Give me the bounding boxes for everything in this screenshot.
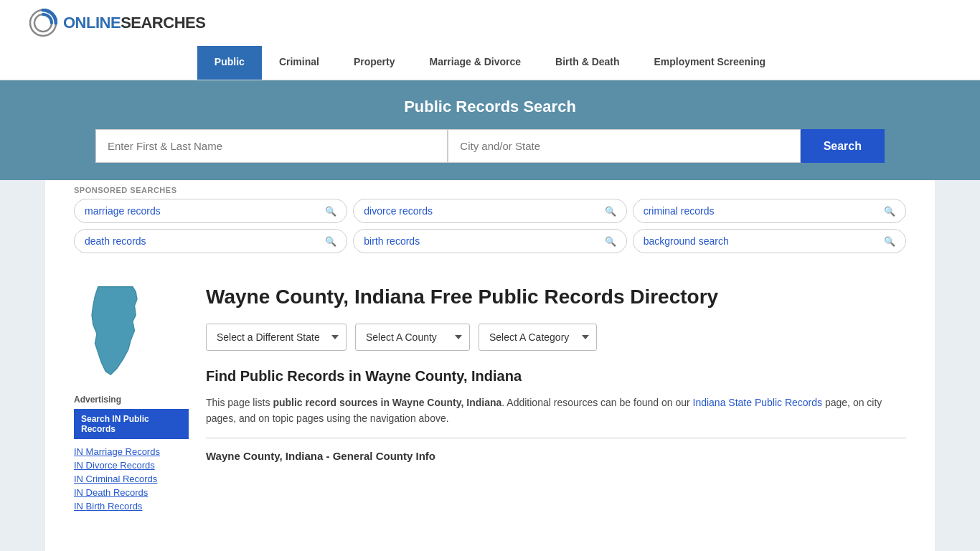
search-icon-3: 🔍 (325, 236, 336, 247)
sponsored-divorce-label: divorce records (364, 205, 433, 217)
desc-part2: . Additional resources can be found on o… (501, 397, 692, 408)
search-icon-2: 🔍 (884, 206, 895, 217)
sponsored-grid: marriage records 🔍 divorce records 🔍 cri… (74, 199, 906, 253)
sidebar: Advertising Search IN Public Records IN … (74, 273, 189, 551)
indiana-map (74, 281, 160, 381)
sidebar-link-criminal[interactable]: IN Criminal Records (74, 474, 189, 484)
sponsored-divorce[interactable]: divorce records 🔍 (353, 199, 626, 223)
search-icon-4: 🔍 (605, 236, 616, 247)
main-content: Advertising Search IN Public Records IN … (45, 262, 935, 551)
logo: ONLINESEARCHES (29, 9, 205, 37)
logo-text: ONLINESEARCHES (63, 14, 205, 32)
indiana-state-link[interactable]: Indiana State Public Records (693, 397, 823, 408)
sidebar-search-button[interactable]: Search IN Public Records (74, 409, 189, 439)
sponsored-criminal-label: criminal records (644, 205, 715, 217)
logo-icon (29, 9, 57, 37)
hero-title: Public Records Search (29, 98, 951, 116)
sponsored-background[interactable]: background search 🔍 (633, 229, 906, 253)
find-public-title: Find Public Records in Wayne County, Ind… (206, 368, 906, 385)
state-dropdown[interactable]: Select a Different State (206, 324, 347, 351)
dropdowns-row: Select a Different State Select A County… (206, 324, 906, 351)
sidebar-link-death[interactable]: IN Death Records (74, 487, 189, 498)
sidebar-link-marriage[interactable]: IN Marriage Records (74, 446, 189, 457)
sponsored-marriage-label: marriage records (85, 205, 161, 217)
description-text: This page lists public record sources in… (206, 395, 906, 427)
section-divider (206, 438, 906, 438)
desc-part1: This page lists (206, 397, 273, 408)
nav-item-public[interactable]: Public (197, 46, 262, 80)
category-dropdown[interactable]: Select A Category (479, 324, 597, 351)
sponsored-criminal[interactable]: criminal records 🔍 (633, 199, 906, 223)
sponsored-section: SPONSORED SEARCHES marriage records 🔍 di… (45, 180, 935, 262)
search-button[interactable]: Search (801, 129, 885, 163)
location-input[interactable] (448, 129, 800, 163)
sidebar-link-divorce[interactable]: IN Divorce Records (74, 460, 189, 471)
nav-item-marriage-divorce[interactable]: Marriage & Divorce (412, 46, 538, 80)
sponsored-marriage[interactable]: marriage records 🔍 (74, 199, 347, 223)
sponsored-birth-label: birth records (364, 235, 420, 247)
sponsored-death[interactable]: death records 🔍 (74, 229, 347, 253)
sidebar-link-birth[interactable]: IN Birth Records (74, 501, 189, 512)
desc-bold: public record sources in Wayne County, I… (273, 397, 501, 408)
county-dropdown[interactable]: Select A County (355, 324, 470, 351)
search-icon-1: 🔍 (605, 206, 616, 217)
sponsored-background-label: background search (644, 235, 729, 247)
nav-item-employment[interactable]: Employment Screening (637, 46, 783, 80)
main-nav: Public Criminal Property Marriage & Divo… (0, 46, 980, 80)
page-content: Wayne County, Indiana Free Public Record… (206, 273, 906, 551)
nav-item-property[interactable]: Property (336, 46, 413, 80)
search-bar: Search (95, 129, 885, 163)
name-input[interactable] (95, 129, 448, 163)
nav-item-birth-death[interactable]: Birth & Death (538, 46, 636, 80)
sponsored-death-label: death records (85, 235, 146, 247)
nav-item-criminal[interactable]: Criminal (262, 46, 336, 80)
page-title: Wayne County, Indiana Free Public Record… (206, 285, 906, 309)
advertising-label: Advertising (74, 395, 189, 405)
sponsored-birth[interactable]: birth records 🔍 (353, 229, 626, 253)
county-info-heading: Wayne County, Indiana - General County I… (206, 444, 906, 465)
sponsored-label: SPONSORED SEARCHES (74, 186, 906, 194)
search-icon-0: 🔍 (325, 206, 336, 217)
search-icon-5: 🔍 (884, 236, 895, 247)
hero-section: Public Records Search Search (0, 80, 980, 180)
